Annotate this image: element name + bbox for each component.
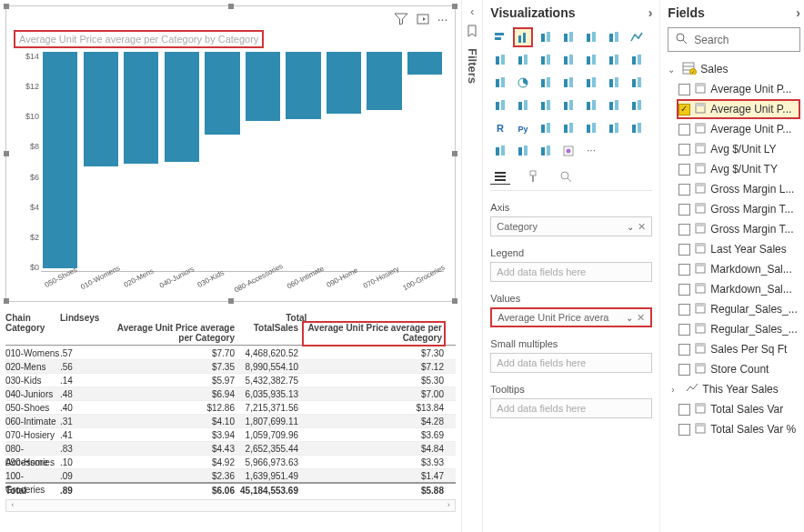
field-checkbox[interactable] — [678, 244, 690, 256]
chart-bar[interactable] — [84, 52, 118, 166]
analytics-tab-icon[interactable] — [556, 168, 576, 185]
viz-kpi-icon[interactable] — [558, 95, 578, 115]
col-category[interactable]: Category — [5, 323, 60, 345]
field-this-year-sales[interactable]: › This Year Sales — [671, 379, 800, 399]
viz-qa-icon[interactable] — [581, 118, 601, 138]
viz-scatter-icon[interactable] — [490, 73, 510, 93]
chevron-down-icon[interactable]: ⌄ — [626, 313, 633, 323]
table-row[interactable]: 080-Accessories.83$4.432,652,355.44$4.84 — [5, 441, 456, 455]
table-row[interactable]: 030-Kids.14$5.975,432,382.75$5.30 — [5, 373, 456, 386]
chevron-down-icon[interactable]: ⌄ — [627, 222, 634, 232]
scroll-left-icon[interactable]: ‹ — [6, 500, 19, 511]
chart-bar[interactable] — [286, 52, 320, 119]
col-avg1[interactable]: Average Unit Price average per Category — [111, 323, 240, 345]
table-row[interactable]: 020-Mens.56$7.358,990,554.10$7.12 — [5, 359, 456, 373]
viz-slicer-icon[interactable] — [581, 95, 601, 115]
viz-line-stacked-col-icon[interactable] — [536, 50, 556, 70]
table-row[interactable]: 090-Home.10$4.925,966,973.63$3.93 — [5, 455, 456, 468]
viz-narrative-icon[interactable] — [604, 118, 624, 138]
chevron-right-icon[interactable]: › — [671, 385, 682, 395]
viz-area-icon[interactable] — [490, 50, 510, 70]
field-checkbox[interactable] — [678, 304, 690, 316]
viz-donut-icon[interactable] — [536, 73, 556, 93]
viz-funnel-icon[interactable] — [627, 50, 647, 70]
viz-gauge-icon[interactable] — [490, 95, 510, 115]
table-row[interactable]: 060-Intimate.31$4.101,807,699.11$4.28 — [5, 414, 456, 427]
viz-stacked-bar-100-icon[interactable] — [581, 27, 601, 47]
viz-arcgis-icon[interactable] — [490, 141, 510, 161]
table-sales[interactable]: ⌄ ✓ Sales — [668, 59, 800, 79]
field-row[interactable]: Avg $/Unit LY — [678, 139, 800, 159]
axis-well[interactable]: Category ⌄ ✕ — [490, 216, 652, 236]
collapse-viz-icon[interactable]: › — [648, 5, 653, 20]
remove-values-icon[interactable]: ✕ — [637, 312, 645, 324]
chart-bar[interactable] — [205, 52, 239, 135]
field-row[interactable]: Total Sales Var % — [678, 419, 800, 439]
viz-line-clustered-col-icon[interactable] — [558, 50, 578, 70]
field-row[interactable]: Markdown_Sal... — [678, 279, 800, 299]
viz-line-icon[interactable] — [627, 27, 647, 47]
field-row[interactable]: Last Year Sales — [678, 239, 800, 259]
viz-custom-visual-icon[interactable] — [558, 141, 578, 161]
table-row[interactable]: 070-Hosiery.41$3.941,059,709.96$3.69 — [5, 427, 456, 441]
expand-filters-icon[interactable]: ‹ — [462, 5, 482, 18]
viz-azure-map-icon[interactable] — [627, 73, 647, 93]
filter-icon[interactable] — [394, 12, 408, 30]
resize-handle[interactable] — [4, 4, 9, 9]
chart-bar[interactable] — [367, 52, 401, 110]
field-checkbox[interactable] — [678, 284, 690, 296]
viz-stacked-column-icon[interactable] — [513, 27, 533, 47]
viz-stacked-column-100-icon[interactable] — [604, 27, 624, 47]
field-checkbox[interactable] — [678, 224, 690, 236]
field-row[interactable]: Average Unit P... — [677, 99, 800, 119]
viz-ribbon-icon[interactable] — [581, 50, 601, 70]
values-well[interactable]: Average Unit Price avera ⌄ ✕ — [490, 307, 652, 327]
bookmark-icon[interactable] — [462, 24, 482, 41]
viz-treemap-icon[interactable] — [558, 73, 578, 93]
viz-clustered-column-icon[interactable] — [558, 27, 578, 47]
field-checkbox[interactable] — [678, 424, 690, 436]
resize-handle[interactable] — [452, 151, 457, 156]
viz-matrix-icon[interactable] — [627, 95, 647, 115]
table-row[interactable]: 010-Womens.57$7.704,468,620.52$7.30 — [5, 346, 456, 359]
format-tab-icon[interactable] — [523, 168, 543, 185]
viz-waterfall-icon[interactable] — [604, 50, 624, 70]
chart-visual-card[interactable]: ··· Average Unit Price average per Categ… — [5, 5, 456, 302]
viz-py-visual-icon[interactable]: Py — [513, 118, 533, 138]
table-row[interactable]: 050-Shoes.40$12.867,215,371.56$13.84 — [5, 400, 456, 414]
field-checkbox[interactable] — [678, 84, 690, 95]
horizontal-scrollbar[interactable]: ‹ › — [5, 499, 456, 512]
viz-power-apps-icon[interactable] — [513, 141, 533, 161]
field-row[interactable]: Gross Margin L... — [678, 179, 800, 199]
resize-handle[interactable] — [4, 151, 9, 156]
chart-bar[interactable] — [246, 52, 280, 121]
fields-tab-icon[interactable] — [490, 168, 510, 185]
small-multiples-well[interactable]: Add data fields here — [490, 353, 652, 373]
viz-stacked-area-icon[interactable] — [513, 50, 533, 70]
resize-handle[interactable] — [228, 298, 234, 304]
field-row[interactable]: Average Unit P... — [678, 79, 800, 99]
col-avg2[interactable]: Average Unit Price average per Category — [302, 321, 446, 346]
viz-decomp-tree-icon[interactable] — [558, 118, 578, 138]
field-checkbox[interactable] — [678, 344, 690, 356]
focus-mode-icon[interactable] — [416, 12, 430, 30]
table-row[interactable]: 100-Groceries.09$2.361,639,951.49$1.47 — [5, 468, 456, 482]
chart-bar[interactable] — [43, 52, 77, 268]
viz-r-visual-icon[interactable]: R — [490, 118, 510, 138]
viz-more-icon[interactable]: ··· — [581, 141, 601, 161]
field-checkbox[interactable] — [678, 124, 690, 136]
viz-key-influencers-icon[interactable] — [536, 118, 556, 138]
viz-filled-map-icon[interactable] — [604, 73, 624, 93]
resize-handle[interactable] — [452, 4, 457, 9]
field-checkbox[interactable] — [678, 364, 690, 376]
viz-clustered-bar-icon[interactable] — [536, 27, 556, 47]
resize-handle[interactable] — [452, 298, 457, 304]
viz-stacked-bar-icon[interactable] — [490, 27, 510, 47]
legend-well[interactable]: Add data fields here — [490, 262, 652, 282]
viz-card-icon[interactable] — [513, 95, 533, 115]
viz-multi-card-icon[interactable] — [536, 95, 556, 115]
scroll-right-icon[interactable]: › — [442, 500, 455, 511]
field-row[interactable]: Regular_Sales_... — [678, 299, 800, 319]
field-row[interactable]: Markdown_Sal... — [678, 259, 800, 279]
filters-pane-collapsed[interactable]: ‹ Filters — [461, 0, 483, 532]
